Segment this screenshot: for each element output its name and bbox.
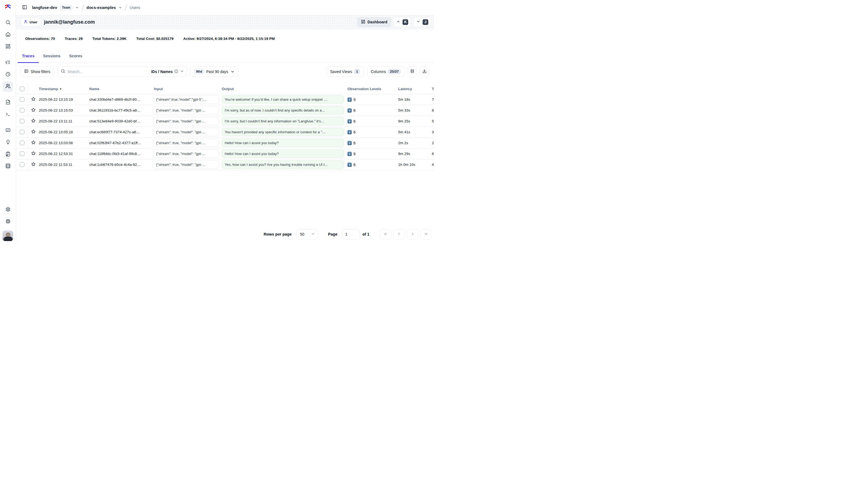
saved-views-button[interactable]: Saved Views 1 <box>326 66 364 77</box>
sidebar-toggle-button[interactable] <box>21 3 28 12</box>
bookmark-star-button[interactable] <box>30 96 36 103</box>
row-checkbox[interactable] <box>20 162 24 167</box>
monitor-percent-icon <box>5 128 10 133</box>
observation-count: 9 <box>353 152 355 156</box>
cell-name: chat:02f63f47-87b2-4377-a1ff… <box>89 141 151 145</box>
account-avatar[interactable] <box>2 231 13 241</box>
bookmark-star-button[interactable] <box>30 150 36 157</box>
column-header-name: Name <box>89 87 151 91</box>
cell-output: I'm sorry, but as of now, I couldn't fin… <box>220 106 345 115</box>
table-row[interactable]: 2025-08-22 13:03:08 chat:02f63f47-87b2-4… <box>16 138 434 149</box>
last-page-button[interactable] <box>421 230 432 239</box>
breadcrumb-page: Users <box>129 5 140 10</box>
row-checkbox[interactable] <box>20 130 24 134</box>
star-icon <box>31 129 36 135</box>
sidebar-item-playground[interactable] <box>3 110 13 120</box>
next-page-button[interactable] <box>407 230 418 239</box>
select-all-checkbox[interactable] <box>20 87 24 91</box>
search-input[interactable] <box>67 69 149 74</box>
column-header-latency[interactable]: Latency <box>395 87 429 91</box>
tab-traces[interactable]: Traces <box>18 54 39 63</box>
row-checkbox[interactable] <box>20 151 24 156</box>
chevron-down-icon[interactable] <box>118 6 122 9</box>
output-preview: You’re welcome! If you’d like, I can sha… <box>222 95 344 104</box>
cell-input: {"stream": true, "model": "gpt-… <box>151 128 220 136</box>
tab-sessions[interactable]: Sessions <box>39 54 65 63</box>
sort-desc-icon: ▼ <box>59 88 62 90</box>
table-row[interactable]: 2025-08-22 12:53:31 chat:116fbfdc-0fd3-4… <box>16 149 434 159</box>
output-preview: Yes, how can I assist you? Are you havin… <box>222 160 344 169</box>
table-row[interactable]: 2025-08-22 13:11:11 chat:513e84e9-9039-4… <box>16 116 434 127</box>
clipboard-pen-icon <box>5 151 10 157</box>
database-icon <box>5 163 10 170</box>
row-bookmark-cell <box>28 107 38 114</box>
previous-page-button[interactable] <box>393 230 405 239</box>
next-item-button[interactable]: J <box>413 17 431 27</box>
observation-level-info-badge: i <box>347 130 352 134</box>
sidebar-item-settings[interactable] <box>3 205 13 215</box>
column-header-output: Output <box>220 87 345 91</box>
date-range-select[interactable]: 90d Past 90 days <box>190 66 238 77</box>
columns-label: Columns <box>371 69 386 74</box>
row-checkbox[interactable] <box>20 108 24 113</box>
observation-level-info-badge: i <box>347 108 352 113</box>
sidebar-item-search[interactable] <box>3 18 13 28</box>
row-height-button[interactable] <box>408 66 416 77</box>
table-row[interactable]: 2025-08-22 13:15:19 chat:330bd4e7-d869-4… <box>16 94 434 105</box>
show-filters-button[interactable]: Show filters <box>20 66 54 77</box>
rows-per-page-select[interactable]: 50 <box>296 230 318 239</box>
table-toolbar: Show filters IDs / Names 90d Past 90 day… <box>16 66 434 77</box>
cell-latency: 5m 33s <box>395 108 429 112</box>
lightbulb-icon <box>5 140 10 146</box>
columns-button[interactable]: Columns 25/37 <box>367 66 404 77</box>
bookmark-star-button[interactable] <box>30 129 36 135</box>
row-bookmark-cell <box>28 129 38 135</box>
tab-scores[interactable]: Scores <box>65 54 87 63</box>
cell-output: You’re welcome! If you’d like, I can sha… <box>220 95 345 104</box>
cell-latency: 1h 0m 10s <box>395 162 429 166</box>
sidebar-item-annotation[interactable] <box>3 149 13 160</box>
cell-clipped-value: 4 <box>429 162 434 166</box>
panel-open-icon <box>24 69 29 74</box>
dashboard-button[interactable]: Dashboard <box>357 17 391 27</box>
sidebar-item-dashboards[interactable] <box>3 41 13 52</box>
sidebar-item-sessions[interactable] <box>3 69 13 80</box>
first-page-button[interactable] <box>380 230 391 239</box>
page-number-input[interactable] <box>342 230 360 239</box>
breadcrumb-org[interactable]: langfuse-dev <box>32 5 57 10</box>
sidebar-item-home[interactable] <box>3 30 13 40</box>
bookmark-star-button[interactable] <box>30 107 36 114</box>
row-checkbox[interactable] <box>20 97 24 102</box>
table-row[interactable]: 2025-08-22 11:53:11 chat:1cb67476-b5ce-4… <box>16 159 434 170</box>
main-content: langfuse-dev Team docs-examples Users Us… <box>16 0 434 244</box>
breadcrumb-project[interactable]: docs-examples <box>87 5 116 10</box>
row-checkbox[interactable] <box>20 119 24 123</box>
entity-type-label: User <box>30 20 37 24</box>
export-button[interactable] <box>420 66 429 77</box>
table-row[interactable]: 2025-08-22 13:15:03 chat:3611931b-bc77-4… <box>16 105 434 116</box>
org-plan-badge: Team <box>60 5 73 10</box>
sidebar-item-datasets[interactable] <box>3 161 13 172</box>
bookmark-star-button[interactable] <box>30 161 36 168</box>
sidebar-item-suggestions[interactable] <box>3 138 13 148</box>
bookmark-star-button[interactable] <box>30 140 36 146</box>
sidebar-item-support[interactable] <box>3 217 13 227</box>
sidebar-item-evaluation[interactable] <box>3 125 13 136</box>
sidebar-item-tracing[interactable] <box>3 58 13 68</box>
sidebar-item-users[interactable] <box>3 82 13 92</box>
bookmark-star-button[interactable] <box>30 118 36 125</box>
previous-item-button[interactable]: K <box>393 17 411 27</box>
chevron-down-icon[interactable] <box>75 6 79 9</box>
column-header-timestamp[interactable]: Timestamp▼ <box>38 87 89 91</box>
input-preview: {"stream": true, "model": "gpt-… <box>153 160 219 169</box>
latency-header-label: Latency <box>398 87 412 91</box>
search-scope-select[interactable]: IDs / Names <box>151 69 184 74</box>
search-icon <box>5 20 10 26</box>
sidebar-item-prompts[interactable] <box>3 97 13 108</box>
page-label: Page <box>328 232 338 236</box>
topbar: langfuse-dev Team docs-examples Users <box>16 0 434 15</box>
table-row[interactable]: 2025-08-22 13:05:18 chat:ec685f77-7374-4… <box>16 127 434 138</box>
row-checkbox[interactable] <box>20 141 24 145</box>
cell-latency: 5m 41s <box>395 130 429 134</box>
star-icon <box>31 97 36 102</box>
